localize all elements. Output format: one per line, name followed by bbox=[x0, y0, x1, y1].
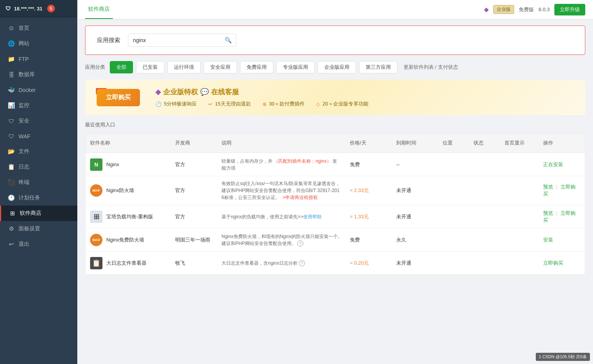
expire-cell: 未开通 bbox=[392, 209, 438, 224]
description-cell: 大日志文件查看器，含nginx日志分析 ? bbox=[217, 256, 345, 270]
feature-refund: ↩ 15天无理由退款 bbox=[208, 100, 250, 107]
category-pro[interactable]: 专业版应用 bbox=[276, 61, 315, 73]
category-security[interactable]: 安全应用 bbox=[204, 61, 237, 73]
diamond-icon: ◆ bbox=[484, 6, 489, 13]
feature-speed: 🕐 5分钟极速响应 bbox=[155, 100, 197, 107]
app-name-wrapper: 📋 大日志文件查看器 bbox=[90, 257, 166, 269]
status-cell bbox=[469, 213, 500, 221]
return-icon: ↩ bbox=[208, 101, 213, 107]
help-icon[interactable]: ? bbox=[297, 240, 303, 247]
sidebar-item-database[interactable]: 🗄 数据库 bbox=[0, 67, 77, 82]
developer-cell: 官方 bbox=[170, 183, 217, 198]
task-icon: 🕐 bbox=[8, 194, 15, 201]
search-input[interactable] bbox=[128, 34, 221, 46]
terminal-icon: ⬛ bbox=[8, 179, 15, 186]
preview-link[interactable]: 预览 bbox=[543, 210, 553, 216]
sidebar-item-task[interactable]: 🕐 计划任务 bbox=[0, 190, 77, 206]
desc-text: 有效防止sql注入/xss/一句话木马/防采集等常见渗透攻击，建议和PHP网站安… bbox=[222, 181, 340, 200]
sidebar-item-label: 监控 bbox=[19, 102, 29, 109]
sidebar-item-monitor[interactable]: 📊 监控 bbox=[0, 98, 77, 113]
separator: | bbox=[556, 210, 557, 216]
sidebar-item-website[interactable]: 🌐 网站 bbox=[0, 36, 77, 51]
sidebar-header: 🛡 18.***.***. 31 5 bbox=[0, 0, 77, 17]
sidebar-item-label: 面板设置 bbox=[19, 225, 40, 232]
sidebar-item-home[interactable]: ⊙ 首页 bbox=[0, 20, 77, 36]
buy-link[interactable]: 立即购买 bbox=[543, 260, 563, 266]
sidebar-item-log[interactable]: 📋 日志 bbox=[0, 159, 77, 175]
homepage-cell bbox=[500, 236, 538, 244]
category-runtime[interactable]: 运行环境 bbox=[167, 61, 201, 73]
sidebar-item-waf[interactable]: 🛡 WAF bbox=[0, 129, 77, 144]
table-row: ⊞ 宝塔负载均衡-重构版 官方 基于nginx的负载均衡，使用之前请先>>使用帮… bbox=[85, 205, 585, 228]
app-name-cell: 📋 大日志文件查看器 bbox=[85, 253, 170, 273]
upgrade-button[interactable]: 立即升级 bbox=[554, 4, 585, 15]
watermark: 1 CSDN @105.5秒 共5条 bbox=[536, 353, 590, 361]
help-link[interactable]: 使用帮助 bbox=[303, 214, 322, 219]
separator: | bbox=[556, 184, 557, 190]
diamond-icon2: ◆ bbox=[155, 88, 161, 96]
apply-license-text: >申请商业程授权 bbox=[283, 194, 318, 201]
category-installed[interactable]: 已安装 bbox=[136, 61, 164, 73]
installing-label: 正在安装 bbox=[543, 162, 563, 167]
sidebar-item-label: 软件商店 bbox=[20, 210, 41, 217]
app-name-cell: WAF Nginx免费防火墙 bbox=[85, 230, 170, 250]
col-dev: 开发商 bbox=[170, 137, 217, 149]
enterprise-privilege-title: ◆ 企业版特权 💬 在线客服 bbox=[155, 87, 368, 97]
search-input-wrapper: 🔍 bbox=[128, 34, 236, 47]
app-name-cell: ⊞ 宝塔负载均衡-重构版 bbox=[85, 207, 170, 227]
install-link[interactable]: 安装 bbox=[543, 237, 553, 243]
developer-cell: 官方 bbox=[170, 209, 217, 224]
homepage-cell bbox=[500, 187, 538, 194]
status-cell bbox=[469, 187, 500, 194]
table-row: WAF Nginx免费防火墙 明国三年一场雨 Nginx免费防火墙，和现有的Ng… bbox=[85, 228, 585, 252]
preview-link[interactable]: 预览 bbox=[543, 184, 553, 190]
sidebar-item-docker[interactable]: 🐳 Docker bbox=[0, 82, 77, 98]
top-bar: 软件商店 ◆ 企业版 免费版 8.0.3 立即升级 bbox=[77, 0, 593, 19]
banner-info: ◆ 企业版特权 💬 在线客服 🕐 5分钟极速响应 ↩ 15天无理由退款 bbox=[155, 87, 368, 107]
category-all[interactable]: 全部 bbox=[110, 61, 133, 73]
sidebar-item-ftp[interactable]: 📁 FTP bbox=[0, 51, 77, 67]
category-bar: 应用分类 全部 已安装 运行环境 安全应用 免费应用 专业版应用 企业版应用 第… bbox=[85, 61, 585, 73]
sidebar-item-terminal[interactable]: ⬛ 终端 bbox=[0, 175, 77, 190]
app-table: 软件名称 开发商 说明 价格/天 到期时间 位置 状态 首页显示 操作 N Ng… bbox=[85, 133, 585, 275]
highlight-text: （匹配到插件名称：nginx） bbox=[274, 158, 331, 164]
security-icon: 🛡 bbox=[8, 118, 15, 124]
help-icon[interactable]: ? bbox=[299, 260, 305, 266]
status-cell bbox=[469, 259, 500, 267]
category-free[interactable]: 免费应用 bbox=[240, 61, 273, 73]
sidebar-item-label: FTP bbox=[19, 56, 29, 62]
sidebar-nav: ⊙ 首页 🌐 网站 📁 FTP 🗄 数据库 🐳 Docker 📊 监控 🛡 安全 bbox=[0, 17, 77, 364]
softstore-icon: ⊞ bbox=[9, 210, 16, 217]
sidebar-item-logout[interactable]: ↩ 退出 bbox=[0, 236, 77, 252]
sidebar-item-softstore[interactable]: ⊞ 软件商店 bbox=[0, 206, 77, 221]
sidebar-item-file[interactable]: 📂 文件 bbox=[0, 144, 77, 159]
file-icon: 📂 bbox=[8, 148, 15, 155]
database-icon: 🗄 bbox=[8, 71, 15, 78]
search-section: 应用搜索 🔍 bbox=[85, 26, 585, 55]
search-button[interactable]: 🔍 bbox=[221, 34, 236, 46]
waf-app-icon: WAF bbox=[90, 184, 102, 197]
developer-cell: 明国三年一场雨 bbox=[170, 233, 217, 247]
app-name-wrapper: N Nginx bbox=[90, 158, 166, 171]
col-status: 状态 bbox=[469, 137, 500, 149]
waf-icon: 🛡 bbox=[8, 133, 15, 139]
category-third[interactable]: 第三方应用 bbox=[359, 61, 397, 73]
diamond-icon3: ◇ bbox=[316, 101, 320, 107]
top-bar-right: ◆ 企业版 免费版 8.0.3 立即升级 bbox=[484, 4, 585, 15]
description-cell: 有效防止sql注入/xss/一句话木马/防采集等常见渗透攻击，建议和PHP网站安… bbox=[217, 176, 345, 205]
category-enterprise[interactable]: 企业版应用 bbox=[318, 61, 356, 73]
update-software-link[interactable]: 更新软件列表 / 支付状态 bbox=[404, 64, 458, 71]
app-name-label: Nginx防火墙 bbox=[106, 187, 134, 194]
buy-now-button[interactable]: 立即购买 bbox=[97, 89, 140, 106]
sidebar-item-label: 安全 bbox=[19, 117, 29, 124]
nfw-icon: WAF bbox=[90, 234, 102, 246]
tab-softstore[interactable]: 软件商店 bbox=[85, 0, 113, 19]
sidebar-item-security[interactable]: 🛡 安全 bbox=[0, 113, 77, 129]
lb-icon: ⊞ bbox=[90, 211, 102, 223]
headphone-icon: 💬 bbox=[200, 88, 209, 96]
nginx-icon: N bbox=[90, 158, 102, 171]
col-price: 价格/天 bbox=[345, 137, 392, 149]
location-cell bbox=[438, 259, 469, 267]
sidebar-item-panel[interactable]: ⚙ 面板设置 bbox=[0, 221, 77, 236]
log-icon: 📋 bbox=[8, 163, 15, 170]
